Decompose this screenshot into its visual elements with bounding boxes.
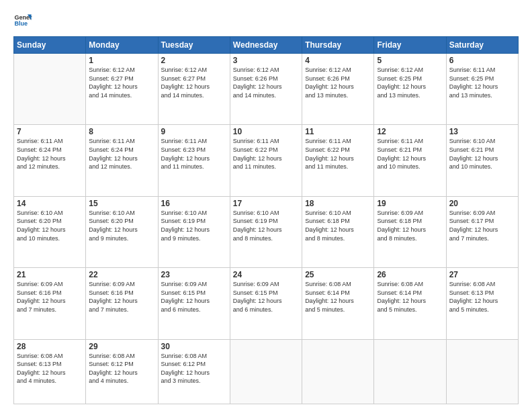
day-number: 27 [449, 270, 515, 279]
day-info: Sunrise: 6:12 AMSunset: 6:26 PMDaylight:… [233, 66, 282, 99]
calendar-cell: 28Sunrise: 6:08 AMSunset: 6:13 PMDayligh… [14, 339, 86, 404]
day-number: 19 [377, 199, 443, 208]
day-number: 23 [161, 270, 227, 279]
day-info: Sunrise: 6:11 AMSunset: 6:23 PMDaylight:… [161, 138, 210, 170]
calendar-cell: 23Sunrise: 6:09 AMSunset: 6:15 PMDayligh… [158, 268, 230, 339]
calendar-cell: 25Sunrise: 6:08 AMSunset: 6:14 PMDayligh… [302, 268, 374, 339]
day-info: Sunrise: 6:08 AMSunset: 6:13 PMDaylight:… [17, 353, 66, 385]
calendar-cell: 18Sunrise: 6:10 AMSunset: 6:18 PMDayligh… [302, 196, 374, 267]
day-info: Sunrise: 6:09 AMSunset: 6:15 PMDaylight:… [161, 281, 210, 313]
day-number: 6 [449, 56, 515, 65]
calendar-cell: 7Sunrise: 6:11 AMSunset: 6:24 PMDaylight… [14, 125, 86, 196]
calendar-cell: 27Sunrise: 6:08 AMSunset: 6:13 PMDayligh… [446, 268, 518, 339]
day-info: Sunrise: 6:08 AMSunset: 6:14 PMDaylight:… [377, 281, 426, 313]
day-number: 22 [89, 270, 154, 279]
weekday-header-row: SundayMondayTuesdayWednesdayThursdayFrid… [14, 37, 519, 54]
calendar-cell [446, 339, 518, 404]
day-info: Sunrise: 6:08 AMSunset: 6:12 PMDaylight:… [89, 353, 138, 385]
calendar-cell: 17Sunrise: 6:10 AMSunset: 6:19 PMDayligh… [230, 196, 302, 267]
day-info: Sunrise: 6:09 AMSunset: 6:16 PMDaylight:… [17, 281, 66, 313]
week-row-3: 14Sunrise: 6:10 AMSunset: 6:20 PMDayligh… [14, 196, 519, 267]
day-info: Sunrise: 6:11 AMSunset: 6:24 PMDaylight:… [89, 138, 138, 170]
day-number: 20 [449, 199, 515, 208]
calendar-cell [374, 339, 446, 404]
day-info: Sunrise: 6:10 AMSunset: 6:19 PMDaylight:… [233, 210, 282, 242]
day-info: Sunrise: 6:11 AMSunset: 6:25 PMDaylight:… [449, 66, 498, 99]
calendar-cell: 19Sunrise: 6:09 AMSunset: 6:18 PMDayligh… [374, 196, 446, 267]
page: General Blue SundayMondayTuesdayWednesda… [0, 0, 532, 411]
weekday-header-saturday: Saturday [446, 37, 518, 54]
calendar-cell: 6Sunrise: 6:11 AMSunset: 6:25 PMDaylight… [446, 54, 518, 125]
day-number: 3 [233, 56, 299, 65]
weekday-header-sunday: Sunday [14, 37, 86, 54]
day-number: 11 [305, 127, 371, 136]
calendar-cell: 5Sunrise: 6:12 AMSunset: 6:25 PMDaylight… [374, 54, 446, 125]
weekday-header-thursday: Thursday [302, 37, 374, 54]
calendar-cell: 11Sunrise: 6:11 AMSunset: 6:22 PMDayligh… [302, 125, 374, 196]
day-number: 15 [89, 199, 154, 208]
day-number: 10 [233, 127, 299, 136]
weekday-header-friday: Friday [374, 37, 446, 54]
day-number: 21 [17, 270, 83, 279]
day-number: 24 [233, 270, 299, 279]
day-number: 8 [89, 127, 154, 136]
day-number: 1 [89, 56, 154, 65]
calendar-cell: 22Sunrise: 6:09 AMSunset: 6:16 PMDayligh… [86, 268, 158, 339]
calendar-cell: 13Sunrise: 6:10 AMSunset: 6:21 PMDayligh… [446, 125, 518, 196]
day-number: 28 [17, 342, 83, 351]
svg-text:Blue: Blue [14, 20, 28, 27]
day-number: 13 [449, 127, 515, 136]
day-info: Sunrise: 6:10 AMSunset: 6:20 PMDaylight:… [89, 210, 138, 242]
day-info: Sunrise: 6:09 AMSunset: 6:15 PMDaylight:… [233, 281, 282, 313]
calendar-cell: 2Sunrise: 6:12 AMSunset: 6:27 PMDaylight… [158, 54, 230, 125]
calendar-cell: 30Sunrise: 6:08 AMSunset: 6:12 PMDayligh… [158, 339, 230, 404]
week-row-5: 28Sunrise: 6:08 AMSunset: 6:13 PMDayligh… [14, 339, 519, 404]
day-info: Sunrise: 6:12 AMSunset: 6:27 PMDaylight:… [89, 66, 138, 99]
day-info: Sunrise: 6:11 AMSunset: 6:22 PMDaylight:… [233, 138, 282, 170]
day-number: 26 [377, 270, 443, 279]
header: General Blue [13, 11, 519, 30]
week-row-1: 1Sunrise: 6:12 AMSunset: 6:27 PMDaylight… [14, 54, 519, 125]
calendar-cell: 9Sunrise: 6:11 AMSunset: 6:23 PMDaylight… [158, 125, 230, 196]
day-number: 4 [305, 56, 371, 65]
day-info: Sunrise: 6:10 AMSunset: 6:19 PMDaylight:… [161, 210, 210, 242]
day-number: 16 [161, 199, 227, 208]
calendar-cell: 29Sunrise: 6:08 AMSunset: 6:12 PMDayligh… [86, 339, 158, 404]
calendar-cell: 26Sunrise: 6:08 AMSunset: 6:14 PMDayligh… [374, 268, 446, 339]
day-number: 9 [161, 127, 227, 136]
calendar-cell: 24Sunrise: 6:09 AMSunset: 6:15 PMDayligh… [230, 268, 302, 339]
weekday-header-wednesday: Wednesday [230, 37, 302, 54]
calendar-cell: 8Sunrise: 6:11 AMSunset: 6:24 PMDaylight… [86, 125, 158, 196]
day-number: 2 [161, 56, 227, 65]
day-number: 17 [233, 199, 299, 208]
weekday-header-tuesday: Tuesday [158, 37, 230, 54]
day-info: Sunrise: 6:11 AMSunset: 6:24 PMDaylight:… [17, 138, 66, 170]
calendar-cell: 4Sunrise: 6:12 AMSunset: 6:26 PMDaylight… [302, 54, 374, 125]
calendar-cell [230, 339, 302, 404]
day-info: Sunrise: 6:08 AMSunset: 6:12 PMDaylight:… [161, 353, 210, 385]
day-info: Sunrise: 6:12 AMSunset: 6:26 PMDaylight:… [305, 66, 354, 99]
calendar-cell: 3Sunrise: 6:12 AMSunset: 6:26 PMDaylight… [230, 54, 302, 125]
calendar-cell: 14Sunrise: 6:10 AMSunset: 6:20 PMDayligh… [14, 196, 86, 267]
calendar-cell: 16Sunrise: 6:10 AMSunset: 6:19 PMDayligh… [158, 196, 230, 267]
day-number: 29 [89, 342, 154, 351]
day-number: 12 [377, 127, 443, 136]
calendar-cell: 20Sunrise: 6:09 AMSunset: 6:17 PMDayligh… [446, 196, 518, 267]
calendar-cell: 12Sunrise: 6:11 AMSunset: 6:21 PMDayligh… [374, 125, 446, 196]
calendar-cell: 15Sunrise: 6:10 AMSunset: 6:20 PMDayligh… [86, 196, 158, 267]
day-info: Sunrise: 6:09 AMSunset: 6:18 PMDaylight:… [377, 210, 426, 242]
calendar-cell [302, 339, 374, 404]
day-info: Sunrise: 6:12 AMSunset: 6:25 PMDaylight:… [377, 66, 426, 99]
day-info: Sunrise: 6:11 AMSunset: 6:22 PMDaylight:… [305, 138, 354, 170]
day-info: Sunrise: 6:11 AMSunset: 6:21 PMDaylight:… [377, 138, 426, 170]
day-number: 18 [305, 199, 371, 208]
day-info: Sunrise: 6:08 AMSunset: 6:14 PMDaylight:… [305, 281, 354, 313]
day-number: 14 [17, 199, 83, 208]
day-info: Sunrise: 6:08 AMSunset: 6:13 PMDaylight:… [449, 281, 498, 313]
day-number: 5 [377, 56, 443, 65]
day-info: Sunrise: 6:10 AMSunset: 6:20 PMDaylight:… [17, 210, 66, 242]
day-number: 25 [305, 270, 371, 279]
day-info: Sunrise: 6:09 AMSunset: 6:17 PMDaylight:… [449, 210, 498, 242]
calendar-cell: 21Sunrise: 6:09 AMSunset: 6:16 PMDayligh… [14, 268, 86, 339]
week-row-4: 21Sunrise: 6:09 AMSunset: 6:16 PMDayligh… [14, 268, 519, 339]
